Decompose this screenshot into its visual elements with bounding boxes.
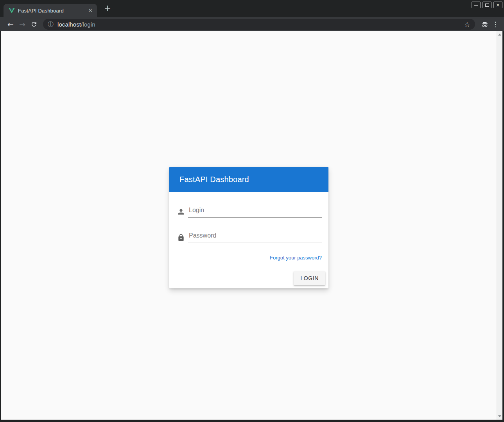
back-arrow-icon: ← bbox=[7, 20, 14, 29]
person-icon bbox=[176, 207, 186, 216]
login-card-title: FastAPI Dashboard bbox=[179, 175, 249, 184]
browser-toolbar: ← → ⓘ localhost/login ☆ ⋮ bbox=[0, 17, 504, 31]
forgot-password-link[interactable]: Forgot your password? bbox=[270, 255, 322, 261]
login-button[interactable]: LOGIN bbox=[294, 271, 325, 285]
url-host: localhost bbox=[57, 21, 81, 28]
reload-button[interactable] bbox=[28, 18, 40, 30]
incognito-icon bbox=[479, 20, 491, 29]
forward-button[interactable]: → bbox=[16, 18, 28, 30]
lock-icon bbox=[176, 234, 186, 241]
close-icon: × bbox=[496, 3, 500, 7]
forgot-password-row: Forgot your password? bbox=[176, 254, 322, 261]
browser-tab[interactable]: FastAPI Dashboard × bbox=[4, 4, 97, 17]
tab-close-icon[interactable]: × bbox=[87, 7, 94, 14]
page-scrollbar[interactable] bbox=[497, 31, 502, 420]
maximize-button[interactable] bbox=[482, 2, 491, 8]
url-text[interactable]: localhost/login bbox=[57, 21, 464, 28]
minimize-icon bbox=[474, 5, 478, 6]
page-info-icon[interactable]: ⓘ bbox=[48, 21, 54, 28]
scroll-down-icon[interactable] bbox=[498, 415, 501, 417]
tab-title: FastAPI Dashboard bbox=[18, 8, 84, 14]
new-tab-button[interactable]: + bbox=[102, 4, 113, 14]
maximize-icon bbox=[485, 4, 489, 7]
close-button[interactable]: × bbox=[493, 2, 502, 8]
minimize-button[interactable] bbox=[472, 2, 481, 8]
login-card-header: FastAPI Dashboard bbox=[169, 167, 328, 192]
login-card-body: Forgot your password? bbox=[169, 192, 328, 261]
vue-favicon-icon bbox=[9, 7, 15, 14]
login-card: FastAPI Dashboard bbox=[169, 167, 328, 288]
forward-arrow-icon: → bbox=[19, 20, 25, 29]
browser-menu-button[interactable]: ⋮ bbox=[491, 20, 500, 28]
password-field-row bbox=[176, 229, 322, 243]
scroll-up-icon[interactable] bbox=[498, 34, 501, 36]
password-input[interactable] bbox=[188, 232, 322, 243]
page-content: FastAPI Dashboard bbox=[1, 31, 502, 420]
login-input[interactable] bbox=[188, 207, 322, 218]
bookmark-star-icon[interactable]: ☆ bbox=[464, 20, 470, 29]
window-controls: × bbox=[472, 2, 502, 8]
browser-window: FastAPI Dashboard × + × ← → bbox=[0, 0, 504, 422]
titlebar[interactable]: FastAPI Dashboard × + × bbox=[0, 0, 504, 17]
url-path: /login bbox=[81, 21, 95, 28]
login-card-actions: LOGIN bbox=[169, 261, 328, 288]
address-bar[interactable]: ⓘ localhost/login ☆ bbox=[43, 19, 475, 30]
back-button[interactable]: ← bbox=[5, 18, 16, 30]
reload-icon bbox=[30, 21, 38, 28]
login-field-row bbox=[176, 204, 322, 218]
